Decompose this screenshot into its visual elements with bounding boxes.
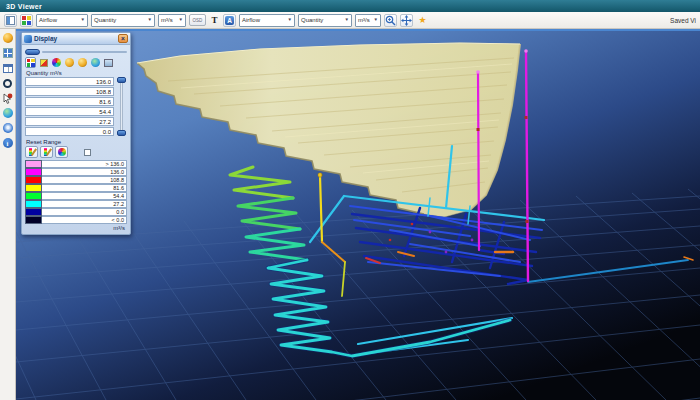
display-panel-header[interactable]: Display × [22, 33, 130, 45]
globe-icon [91, 58, 100, 67]
chevron-down-icon: ▼ [345, 18, 349, 23]
favorites-button[interactable]: ★ [416, 14, 429, 27]
legend-value[interactable]: 108.8 [42, 176, 127, 184]
sphere-icon [65, 58, 74, 67]
legend-swatch[interactable] [25, 216, 42, 224]
pie-color-button[interactable] [51, 57, 62, 68]
legend-value[interactable]: > 136.0 [42, 160, 127, 168]
legend-value[interactable]: 136.0 [42, 168, 127, 176]
slider-track [42, 51, 127, 53]
slider-handle[interactable] [25, 49, 40, 55]
chevron-down-icon: ▼ [374, 18, 378, 23]
edit-colorbar-button-2[interactable] [40, 146, 53, 158]
legend-row: 0.0 [25, 208, 127, 216]
text-units-value: m³/s [358, 17, 370, 23]
text-toggle-button[interactable]: T [209, 14, 220, 26]
info-button[interactable]: i [2, 137, 14, 149]
select-ring-icon [3, 79, 12, 88]
magnifier-icon [385, 15, 396, 26]
quantity-units-label: Quantity m³/s [26, 70, 126, 76]
panel-icon-row [25, 57, 127, 68]
text-display-button[interactable]: A [223, 14, 236, 27]
chevron-down-icon: ▼ [148, 18, 152, 23]
sphere-data-button-2[interactable] [77, 57, 88, 68]
range-slider[interactable] [116, 77, 127, 136]
legend-units-label: m³/s [22, 225, 125, 231]
pan-arrows-icon [401, 15, 412, 26]
legend-swatch[interactable] [25, 208, 42, 216]
legend-swatch[interactable] [25, 200, 42, 208]
range-field-4[interactable] [25, 107, 114, 116]
sphere-data-button[interactable] [64, 57, 75, 68]
legend-swatch[interactable] [25, 184, 42, 192]
transparency-slider[interactable] [25, 47, 127, 56]
text-display-icon: A [225, 16, 234, 25]
text-type-select[interactable]: Quantity ▼ [298, 14, 352, 27]
globe-data-button[interactable] [90, 57, 101, 68]
quad-view-button[interactable] [2, 47, 14, 59]
color-grid-button[interactable] [25, 57, 36, 68]
legend-row: 136.0 [25, 168, 127, 176]
color-legend: > 136.0 136.0 108.8 81.6 54.4 27.2 0.0 [25, 160, 127, 224]
sphere-icon [3, 33, 13, 43]
color-grid-icon [27, 59, 35, 67]
globe-tool-button[interactable] [2, 107, 14, 119]
osd-toggle-button[interactable]: OSD [189, 14, 206, 26]
range-fields [25, 77, 127, 136]
display-panel: Display × Quantity m³/s Reset Range [21, 32, 131, 235]
color-wheel-button[interactable] [55, 146, 68, 158]
legend-value[interactable]: 0.0 [42, 208, 127, 216]
legend-swatch[interactable] [25, 160, 42, 168]
sphere-tool-button[interactable] [2, 32, 14, 44]
text-units-select[interactable]: m³/s ▼ [355, 14, 381, 27]
color-wheel-icon [58, 148, 66, 156]
range-slider-min-handle[interactable] [117, 130, 126, 136]
range-slider-track [120, 79, 123, 134]
spreadsheet-button[interactable] [2, 62, 14, 74]
window-titlebar: 3D Viewer [0, 0, 700, 12]
range-field-2[interactable] [25, 87, 114, 96]
legend-swatch[interactable] [25, 192, 42, 200]
airway-units-select[interactable]: m³/s ▼ [158, 14, 186, 27]
range-field-6[interactable] [25, 127, 114, 136]
reset-range-button[interactable]: Reset Range [26, 139, 126, 145]
select-ring-button[interactable] [2, 77, 14, 89]
airway-category-select[interactable]: Airflow ▼ [36, 14, 88, 27]
legend-value[interactable]: < 0.0 [42, 216, 127, 224]
text-type-value: Quantity [301, 17, 323, 23]
legend-checkbox[interactable] [84, 149, 91, 156]
edit-colorbar-button[interactable] [25, 146, 38, 158]
legend-swatch[interactable] [25, 168, 42, 176]
legend-value[interactable]: 54.4 [42, 192, 127, 200]
pan-button[interactable] [400, 14, 413, 27]
text-category-value: Airflow [242, 17, 260, 23]
window-title: 3D Viewer [6, 3, 42, 10]
text-category-select[interactable]: Airflow ▼ [239, 14, 295, 27]
pointer-tool-button[interactable] [2, 92, 14, 104]
display-panels-button[interactable] [4, 14, 17, 27]
pie-icon [52, 58, 61, 67]
saved-views-label[interactable]: Saved Vi [670, 17, 696, 24]
range-field-3[interactable] [25, 97, 114, 106]
panel-close-button[interactable]: × [118, 34, 128, 43]
airway-category-value: Airflow [39, 17, 57, 23]
legend-swatch[interactable] [25, 176, 42, 184]
legend-row: 27.2 [25, 200, 127, 208]
zoom-button[interactable] [384, 14, 397, 27]
range-field-1[interactable] [25, 77, 114, 86]
legend-value[interactable]: 27.2 [42, 200, 127, 208]
main-toolbar: Airflow ▼ Quantity ▼ m³/s ▼ OSD T A Airf… [0, 12, 700, 29]
range-field-5[interactable] [25, 117, 114, 126]
star-icon: ★ [418, 16, 426, 25]
legend-value[interactable]: 81.6 [42, 184, 127, 192]
pointer-icon [2, 93, 13, 104]
airway-type-select[interactable]: Quantity ▼ [91, 14, 155, 27]
screen-data-button[interactable] [103, 57, 114, 68]
airway-color-button[interactable] [38, 57, 49, 68]
monitor-icon [104, 59, 113, 67]
display-panels-icon [6, 16, 15, 25]
panel-title: Display [34, 35, 116, 42]
range-slider-max-handle[interactable] [117, 77, 126, 83]
fan-tool-button[interactable] [2, 122, 14, 134]
color-legend-button[interactable] [20, 14, 33, 27]
